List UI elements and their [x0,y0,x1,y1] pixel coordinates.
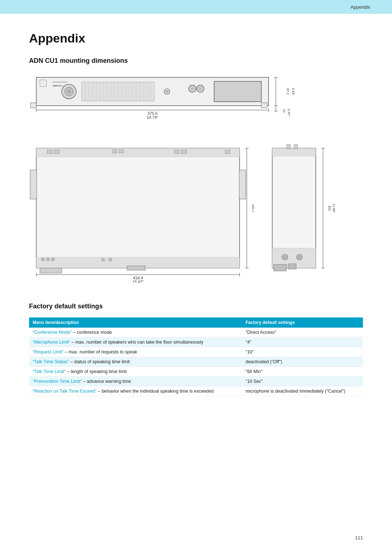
side-view-svg: 302 11.89" [265,137,338,283]
svg-rect-55 [113,150,117,153]
svg-rect-34 [214,81,261,102]
table-row: “Premonition Time Limit” – advance warni… [29,377,363,386]
section1-title: ADN CU1 mounting dimensions [29,57,363,65]
svg-rect-89 [274,264,286,271]
svg-text:SENNHEISER: SENNHEISER [53,81,68,83]
svg-rect-46 [261,103,267,108]
front-view-wrapper: 418.4 16.47" 345.2 13.59" [29,137,254,283]
table-cell-default: "10" [242,347,363,357]
page-title: Appendix [29,31,363,45]
svg-rect-53 [47,150,52,154]
header-text: Appendix [351,4,370,10]
svg-point-69 [52,258,54,261]
svg-rect-58 [181,150,187,154]
svg-text:11.89": 11.89" [332,203,336,213]
svg-point-67 [41,258,44,261]
svg-rect-51 [36,148,240,268]
svg-text:12: 12 [282,109,286,113]
page-content: Appendix ADN CU1 mounting dimensions ✓ S… [0,14,392,418]
svg-point-88 [298,256,301,258]
table-row: “Talk Time Status” – status of speaking … [29,357,363,367]
factory-table: Menu item/description Factory default se… [29,317,363,396]
svg-rect-90 [288,264,296,269]
table-row: “Conference Mode” – conference mode"Dire… [29,328,363,337]
svg-rect-61 [239,170,246,199]
svg-point-33 [199,87,202,90]
svg-text:14.79": 14.79" [147,115,158,119]
svg-text:87.2: 87.2 [286,88,290,95]
svg-point-86 [284,256,286,258]
table-cell-menu: “Request Limit” – max. number of request… [29,347,242,357]
page-number: 111 [355,535,363,540]
top-view-diagram: ✓ SENNHEISER ADN CU 1 [29,72,363,119]
table-cell-default: "60 Min" [242,367,363,377]
table-cell-default: microphone is deactivated immediately ("… [242,386,363,396]
svg-rect-60 [30,170,37,199]
svg-rect-64 [127,266,145,270]
table-cell-default: "Direct Access" [242,328,363,337]
svg-rect-83 [294,145,298,149]
table-cell-menu: “Talk Time Status” – status of speaking … [29,357,242,367]
svg-text:ADN CU 1: ADN CU 1 [53,85,63,87]
svg-rect-59 [225,150,230,154]
svg-rect-54 [54,150,60,154]
svg-rect-66 [109,258,112,261]
svg-rect-56 [119,150,123,153]
svg-rect-45 [30,103,36,108]
svg-text:16.47": 16.47" [132,280,144,283]
svg-rect-82 [287,145,290,149]
svg-point-7 [67,90,71,93]
table-cell-menu: “Conference Mode” – conference mode [29,328,242,337]
svg-text:345.2: 345.2 [252,204,254,212]
svg-text:3.43": 3.43" [291,88,295,96]
table-cell-menu: “Premonition Time Limit” – advance warni… [29,377,242,386]
svg-point-31 [191,87,194,90]
svg-text:302: 302 [328,205,331,211]
diagrams-section: ✓ SENNHEISER ADN CU 1 [29,72,363,283]
table-cell-menu: “Microphone Limit” – max. number of spea… [29,337,242,347]
svg-rect-81 [272,148,316,156]
svg-rect-52 [36,148,240,157]
svg-rect-57 [174,150,179,154]
table-row: “Talk Time Limit” – length of speaking t… [29,367,363,377]
svg-point-68 [46,258,49,261]
table-row: “Request Limit” – max. number of request… [29,347,363,357]
svg-text:0.47": 0.47" [287,109,291,117]
table-cell-menu: “Talk Time Limit” – length of speaking t… [29,367,242,377]
section2-title: Factory default settings [29,303,363,310]
svg-text:✓: ✓ [42,82,44,84]
factory-settings-section: Factory default settings Menu item/descr… [29,303,363,396]
front-view-svg: 418.4 16.47" 345.2 13.59" [29,137,254,283]
table-cell-default: "10 Sec" [242,377,363,386]
table-header-default: Factory default settings [242,317,363,328]
svg-point-29 [166,90,168,93]
page-header: Appendix [0,0,392,14]
table-row: “Reaction on Talk Time Exceed” – behavio… [29,386,363,396]
table-cell-menu: “Reaction on Talk Time Exceed” – behavio… [29,386,242,396]
svg-rect-63 [40,268,62,273]
side-view-wrapper: 302 11.89" [265,137,338,283]
table-cell-default: "4" [242,337,363,347]
table-cell-default: deactivated ("Off") [242,357,363,367]
top-view-svg: ✓ SENNHEISER ADN CU 1 [29,72,312,119]
table-row: “Microphone Limit” – max. number of spea… [29,337,363,347]
bottom-views: 418.4 16.47" 345.2 13.59" [29,137,363,283]
svg-rect-65 [102,258,105,261]
table-header-menu: Menu item/description [29,317,242,328]
